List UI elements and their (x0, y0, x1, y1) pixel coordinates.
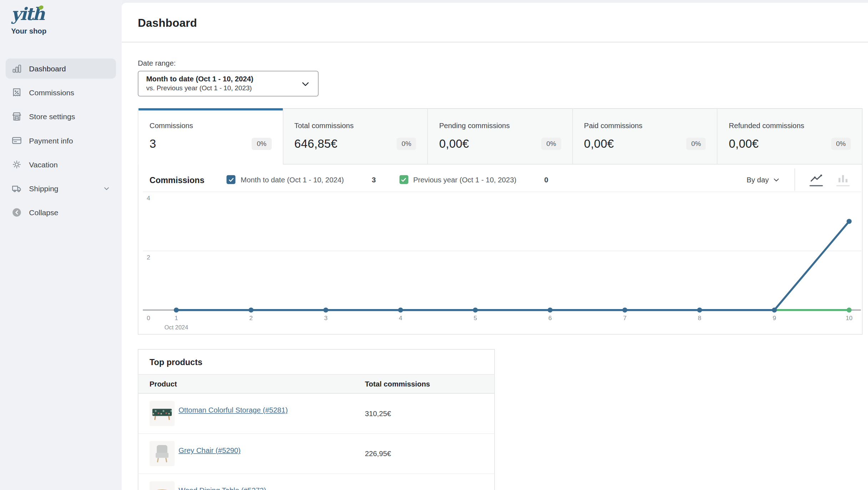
bar-chart-icon (836, 173, 850, 183)
receipt-percent-icon (11, 87, 22, 98)
inactive-underline (836, 185, 850, 186)
table-row: Ottoman Colorful Storage (#5281) 310,25€ (139, 394, 495, 434)
svg-text:0: 0 (147, 314, 150, 322)
collapse-arrow-left-icon (11, 207, 22, 218)
product-link[interactable]: Ottoman Colorful Storage (#5281) (179, 406, 288, 414)
stat-change-badge: 0% (831, 138, 851, 150)
svg-text:2: 2 (249, 314, 253, 322)
sidebar-item-label: Vacation (29, 160, 110, 168)
sidebar-item-shipping[interactable]: Shipping (6, 178, 116, 198)
sidebar-item-label: Dashboard (29, 65, 110, 73)
svg-text:5: 5 (473, 314, 477, 322)
svg-text:7: 7 (623, 314, 627, 322)
sidebar-item-vacation[interactable]: Vacation (6, 155, 116, 175)
storefront-icon (11, 111, 22, 122)
commissions-panel: Commissions 3 0% Total commissions 646,8… (138, 108, 863, 334)
date-range-select[interactable]: Month to date (Oct 1 - 10, 2024) vs. Pre… (138, 71, 318, 96)
chevron-down-icon (301, 79, 310, 89)
sidebar-item-label: Commissions (29, 89, 110, 97)
sidebar-item-label: Collapse (29, 208, 110, 217)
active-underline (809, 185, 823, 186)
svg-text:Oct 2024: Oct 2024 (164, 324, 188, 330)
legend-count-current: 3 (372, 175, 376, 183)
product-commissions-value: 226,95€ (365, 449, 391, 458)
sun-icon (11, 159, 22, 170)
stat-value: 3 (150, 137, 156, 151)
checkbox-checked-icon[interactable] (399, 175, 408, 184)
svg-text:4: 4 (147, 195, 150, 202)
date-range-value: Month to date (Oct 1 - 10, 2024) (146, 75, 301, 84)
product-thumbnail-chair (150, 441, 175, 466)
svg-text:9: 9 (773, 314, 776, 322)
period-select-value: By day (747, 175, 769, 183)
svg-text:8: 8 (698, 314, 702, 322)
sidebar-item-payment-info[interactable]: Payment info (6, 131, 116, 151)
top-products-panel: Top products Product Total commissions O… (138, 349, 495, 490)
stat-change-badge: 0% (686, 138, 706, 150)
commissions-chart: 02412345678910Oct 2024 (139, 191, 862, 334)
date-range-label: Date range: (138, 59, 868, 67)
line-chart-icon (809, 173, 823, 183)
main-content: Dashboard Date range: Month to date (Oct… (122, 0, 868, 490)
stat-tabs: Commissions 3 0% Total commissions 646,8… (139, 108, 862, 165)
svg-text:2: 2 (147, 254, 150, 261)
table-row: Grey Chair (#5290) 226,95€ (139, 434, 495, 474)
svg-text:6: 6 (548, 314, 552, 322)
sidebar-item-commissions[interactable]: Commissions (6, 82, 116, 102)
top-products-title: Top products (139, 350, 495, 374)
column-header-total-commissions: Total commissions (365, 380, 430, 388)
stat-label: Refunded commissions (729, 122, 851, 130)
product-link[interactable]: Wood Dining Table (#5272) (179, 486, 266, 490)
chevron-down-icon (773, 176, 780, 183)
svg-text:4: 4 (399, 314, 402, 322)
sidebar-item-store-settings[interactable]: Store settings (6, 107, 116, 127)
legend-label: Month to date (Oct 1 - 10, 2024) (241, 175, 344, 183)
bar-chart-icon (11, 63, 22, 74)
stat-value: 0,00€ (729, 137, 759, 151)
sidebar-item-dashboard[interactable]: Dashboard (6, 59, 116, 79)
sidebar: yith Your shop Dashboard Commissions (0, 0, 122, 490)
stat-label: Paid commissions (584, 122, 706, 130)
product-thumbnail-ottoman (150, 401, 175, 426)
stat-change-badge: 0% (252, 138, 271, 150)
page-title: Dashboard (122, 3, 868, 30)
period-select[interactable]: By day (747, 175, 780, 183)
product-commissions-value: 310,25€ (365, 409, 391, 418)
table-header: Product Total commissions (139, 374, 495, 394)
legend-toggle-previous[interactable]: Previous year (Oct 1 - 10, 2023) (399, 175, 516, 184)
line-chart-toggle[interactable] (809, 173, 823, 186)
tab-pending-commissions[interactable]: Pending commissions 0,00€ 0% (428, 108, 573, 165)
credit-card-icon (11, 135, 22, 146)
product-thumbnail-table (150, 481, 175, 490)
svg-text:1: 1 (175, 314, 178, 322)
truck-icon (11, 183, 22, 194)
divider (794, 168, 795, 191)
stat-change-badge: 0% (397, 138, 416, 150)
sidebar-item-collapse[interactable]: Collapse (6, 202, 116, 222)
date-range-compare: vs. Previous year (Oct 1 - 10, 2023) (146, 84, 301, 92)
stat-label: Pending commissions (439, 122, 561, 130)
tab-refunded-commissions[interactable]: Refunded commissions 0,00€ 0% (718, 108, 862, 165)
table-row: Wood Dining Table (#5272) 109,65€ (139, 474, 495, 490)
chart-title: Commissions (150, 175, 205, 185)
bar-chart-toggle[interactable] (836, 173, 850, 186)
stat-value: 0,00€ (439, 137, 469, 151)
sidebar-nav: Dashboard Commissions Store settings (6, 59, 116, 222)
stat-value: 646,85€ (294, 137, 337, 151)
svg-text:10: 10 (846, 314, 853, 322)
legend-toggle-current[interactable]: Month to date (Oct 1 - 10, 2024) (227, 175, 344, 184)
chevron-down-icon (103, 185, 111, 192)
stat-label: Total commissions (294, 122, 416, 130)
shop-name: Your shop (6, 24, 116, 35)
tab-total-commissions[interactable]: Total commissions 646,85€ 0% (283, 108, 428, 165)
tab-commissions[interactable]: Commissions 3 0% (139, 108, 284, 165)
legend-label: Previous year (Oct 1 - 10, 2023) (413, 175, 516, 183)
legend-count-previous: 0 (544, 175, 548, 183)
sidebar-item-label: Store settings (29, 112, 110, 121)
tab-paid-commissions[interactable]: Paid commissions 0,00€ 0% (573, 108, 718, 165)
checkbox-checked-icon[interactable] (227, 175, 236, 184)
product-link[interactable]: Grey Chair (#5290) (179, 446, 241, 454)
column-header-product: Product (150, 380, 365, 388)
sidebar-item-label: Shipping (29, 185, 96, 193)
chart-header: Commissions Month to date (Oct 1 - 10, 2… (139, 165, 862, 191)
